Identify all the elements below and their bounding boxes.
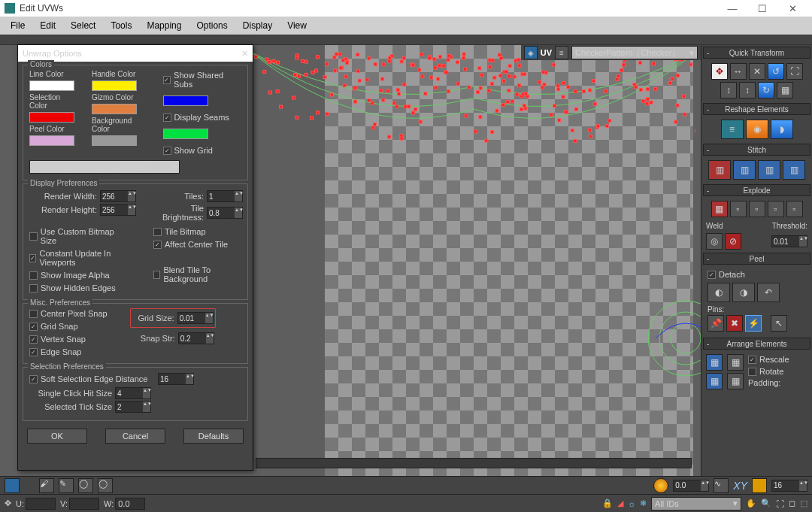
explode-break-icon[interactable]: ▦	[711, 201, 728, 217]
gizmo-color-swatch[interactable]	[92, 104, 137, 114]
reshape-straighten-icon[interactable]: ≡	[721, 120, 744, 139]
explode-d-icon[interactable]: ▫	[786, 201, 803, 217]
affect-center-tile-checkbox[interactable]: ✓Affect Center Tile	[153, 239, 241, 250]
edge-snap-checkbox[interactable]: ✓Edge Snap	[29, 347, 108, 357]
show-grid-checkbox[interactable]: ✓Show Grid	[163, 145, 241, 156]
defaults-button[interactable]: Defaults	[183, 429, 244, 444]
show-image-alpha-checkbox[interactable]: Show Image Alpha	[29, 270, 131, 280]
rotate-checkbox[interactable]: Rotate	[748, 366, 789, 377]
texture-map-dropdown[interactable]: CheckerPattern（Checker）▾	[571, 46, 698, 59]
bt-curve-icon[interactable]: ∿	[714, 478, 729, 493]
constant-update-checkbox[interactable]: ✓Constant Update In Viewports	[29, 248, 131, 268]
line-color-swatch[interactable]	[29, 80, 74, 91]
sb-box-icon[interactable]: ◻	[789, 498, 795, 508]
sb-snap-icon[interactable]: ✥	[5, 498, 11, 508]
render-height-spinner[interactable]: ▲▼	[100, 204, 136, 216]
detach-checkbox[interactable]: ✓Detach	[707, 269, 806, 280]
uv-toggle-icon[interactable]: ◈	[524, 46, 538, 59]
qt-align-icon[interactable]: ↔	[730, 63, 747, 80]
bt-count-spinner[interactable]: ▲▼	[771, 480, 807, 492]
peel-2-icon[interactable]: ◑	[732, 283, 755, 302]
shared-subs-swatch[interactable]	[163, 95, 208, 106]
section-arrange[interactable]: Arrange Elements	[703, 338, 810, 350]
arrange-opt2-icon[interactable]: ▦	[727, 373, 744, 389]
sb-3d-icon[interactable]: ⬚	[800, 498, 807, 508]
menu-file[interactable]: File	[3, 20, 32, 31]
menu-mapping[interactable]: Mapping	[139, 20, 189, 31]
seams-swatch[interactable]	[163, 129, 208, 139]
bt-falloff-icon[interactable]	[653, 478, 668, 493]
qt-rotate-ccw-icon[interactable]: ↺	[768, 63, 784, 80]
bg-color-swatch[interactable]	[92, 135, 137, 146]
tiles-spinner[interactable]: ▲▼	[207, 190, 243, 202]
dialog-titlebar[interactable]: Unwrap Options ✕	[18, 45, 253, 62]
pin-add-icon[interactable]: 📌	[707, 315, 724, 332]
section-peel[interactable]: Peel	[703, 253, 810, 265]
reshape-linear-icon[interactable]: ◗	[771, 120, 793, 139]
qt-grid-icon[interactable]: ▦	[777, 82, 793, 98]
pin-cursor-icon[interactable]: ↖	[771, 315, 787, 332]
arrange-opt-icon[interactable]: ▦	[727, 354, 744, 371]
bt-paint-icon[interactable]: ✎	[59, 478, 74, 493]
close-button[interactable]: ✕	[777, 0, 807, 17]
menu-tools[interactable]: Tools	[103, 20, 139, 31]
selection-color-swatch[interactable]	[29, 112, 74, 123]
qt-fit-icon[interactable]: ⛶	[786, 63, 803, 80]
peel-reset-icon[interactable]: ↶	[757, 283, 780, 302]
vertex-snap-checkbox[interactable]: ✓Vertex Snap	[29, 334, 108, 344]
horizontal-scrollbar[interactable]	[256, 458, 692, 468]
display-seams-checkbox[interactable]: ✓Display Seams	[163, 112, 241, 123]
arrange-pack-icon[interactable]: ▦	[706, 354, 723, 371]
maximize-button[interactable]: ☐	[747, 0, 777, 17]
sb-zoom-icon[interactable]: 🔍	[761, 498, 771, 508]
threshold-spinner[interactable]: ▲▼	[771, 235, 807, 247]
peel-1-icon[interactable]: ◐	[707, 283, 730, 302]
arrange-pack2-icon[interactable]: ▦	[706, 373, 723, 389]
sb-v-field[interactable]	[69, 498, 99, 510]
blend-tile-checkbox[interactable]: Blend Tile To Background	[153, 265, 241, 284]
explode-b-icon[interactable]: ▫	[749, 201, 765, 217]
explode-a-icon[interactable]: ▫	[730, 201, 747, 217]
bt-loop-icon[interactable]: ◯	[98, 478, 113, 493]
weld-target-icon[interactable]: ◎	[706, 233, 723, 250]
sb-filter-icon[interactable]: ◢	[617, 498, 623, 508]
qt-spread-h-icon[interactable]: ↕	[720, 82, 737, 98]
menu-options[interactable]: Options	[189, 20, 235, 31]
rescale-checkbox[interactable]: ✓Rescale	[748, 354, 789, 365]
qt-move-icon[interactable]: ✥	[711, 63, 728, 80]
cancel-button[interactable]: Cancel	[105, 429, 165, 444]
pin-remove-icon[interactable]: ✖	[726, 315, 743, 332]
show-shared-subs-checkbox[interactable]: ✓Show Shared Subs	[163, 70, 241, 89]
qt-rotate-cw-icon[interactable]: ↻	[758, 82, 774, 98]
sb-zoomext-icon[interactable]: ⛶	[776, 499, 784, 508]
stitch-1-icon[interactable]: ▥	[708, 160, 731, 180]
list-icon[interactable]: ≡	[555, 46, 568, 59]
render-width-spinner[interactable]: ▲▼	[100, 190, 136, 202]
bt-brush-icon[interactable]: 🖌	[39, 478, 54, 493]
qt-flip-icon[interactable]: ✕	[749, 63, 765, 80]
snap-str-spinner[interactable]: ▲▼	[178, 332, 214, 344]
stitch-2-icon[interactable]: ▥	[733, 160, 756, 180]
sb-ids-dropdown[interactable]: All IDs▾	[651, 497, 741, 510]
bt-uv-icon[interactable]	[752, 478, 767, 493]
soft-selection-spinner[interactable]: ▲▼	[158, 373, 194, 385]
use-custom-bitmap-checkbox[interactable]: Use Custom Bitmap Size	[29, 226, 131, 246]
menu-display[interactable]: Display	[235, 20, 280, 31]
sb-w-field[interactable]: 0.0	[115, 498, 145, 510]
grid-snap-checkbox[interactable]: ✓Grid Snap	[29, 321, 108, 332]
menu-view[interactable]: View	[280, 20, 314, 31]
show-hidden-edges-checkbox[interactable]: Show Hidden Edges	[29, 283, 131, 293]
bt-ring-icon[interactable]: ◯	[78, 478, 93, 493]
minimize-button[interactable]: —	[717, 0, 747, 17]
bt-mode-icon[interactable]	[5, 478, 20, 493]
weld-selected-icon[interactable]: ⊘	[725, 233, 741, 250]
center-pixel-snap-checkbox[interactable]: Center Pixel Snap	[29, 308, 108, 319]
stitch-4-icon[interactable]: ▥	[783, 160, 805, 180]
reshape-relax-icon[interactable]: ◉	[746, 120, 768, 139]
ok-button[interactable]: OK	[27, 429, 87, 444]
bt-falloff-spinner[interactable]: ▲▼	[673, 480, 709, 492]
qt-spread-v-icon[interactable]: ↕	[739, 82, 756, 98]
tile-brightness-spinner[interactable]: ▲▼	[207, 207, 243, 219]
handle-color-swatch[interactable]	[92, 80, 137, 91]
pin-auto-icon[interactable]: ⚡	[745, 315, 762, 332]
